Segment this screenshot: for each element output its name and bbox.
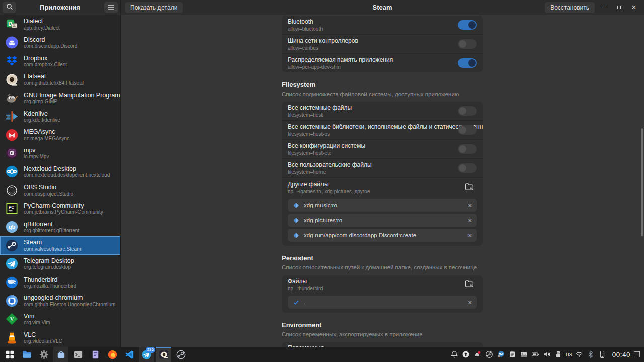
sidebar-item-vim[interactable]: VVimorg.vim.Vim [0, 310, 120, 329]
taskbar-flatseal[interactable] [156, 347, 171, 362]
taskbar-text-editor[interactable] [88, 347, 103, 362]
taskbar: 236 us 00:40 [0, 347, 644, 362]
reset-permissions-button[interactable]: Восстановить [545, 2, 595, 13]
path-entry-value[interactable]: xdg-music:ro [304, 202, 463, 208]
taskbar-file-manager[interactable] [19, 347, 34, 362]
tray-bluetooth-tray[interactable] [587, 350, 595, 359]
dropbox-app-icon [5, 54, 19, 68]
taskbar-software-store[interactable] [53, 347, 68, 362]
tray-battery[interactable] [531, 350, 539, 359]
svg-text:PC: PC [9, 205, 14, 210]
tray-volume[interactable] [542, 350, 551, 359]
permission-row-texts: Шина сети контроллеровallow=canbus [288, 37, 454, 51]
headerbar: Приложения Показать детали Steam Восстан… [0, 0, 644, 15]
add-persistent-folder-button[interactable] [462, 279, 477, 291]
taskbar-app-launcher[interactable] [2, 347, 17, 362]
nextcloud-tray-icon [497, 350, 505, 358]
show-details-button[interactable]: Показать детали [125, 2, 183, 13]
clock[interactable]: 00:40 [612, 351, 630, 358]
nextcloud-app-icon [5, 165, 19, 178]
sidebar-item-qbittorrent[interactable]: qbqBittorrentorg.qbittorrent.qBittorrent [0, 218, 120, 236]
permission-toggle[interactable] [458, 58, 477, 68]
toggle-knob [459, 126, 466, 134]
sidebar-item-mpv[interactable]: mpvio.mpv.Mpv [0, 144, 120, 163]
path-entry-value[interactable]: . [304, 299, 463, 305]
permission-toggle[interactable] [458, 20, 477, 30]
permission-toggle[interactable] [458, 144, 477, 154]
svg-text:V: V [10, 317, 14, 322]
vertical-scrollbar[interactable] [641, 128, 643, 236]
filesystem-section-subtitle: Список подмножеств файловой системы, дос… [282, 91, 483, 97]
permission-toggle[interactable] [458, 163, 477, 173]
show-desktop-button[interactable] [634, 351, 640, 357]
app-id: com.obsproject.Studio [24, 191, 73, 197]
taskbar-vscode[interactable] [122, 347, 137, 362]
sidebar-item-telegram[interactable]: Telegram Desktoporg.telegram.desktop [0, 255, 120, 274]
path-entry-value[interactable]: xdg-run/app/com.discordapp.Discord:creat… [304, 232, 463, 238]
tray-clipboard-manager[interactable] [508, 350, 516, 359]
environment-section-subtitle: Список переменных, экспортируемых в прил… [282, 331, 483, 337]
sidebar-item-kdenlive[interactable]: Kdenliveorg.kde.kdenlive [0, 107, 120, 126]
add-folder-button[interactable] [462, 182, 477, 194]
app-id: org.kde.kdenlive [24, 117, 60, 123]
app-id: com.dropbox.Client [24, 62, 67, 68]
remove-entry-icon[interactable]: × [468, 299, 472, 306]
sidebar-item-pycharm[interactable]: PCPyCharm-Communitycom.jetbrains.PyCharm… [0, 200, 120, 218]
sidebar-item-dropbox[interactable]: Dropboxcom.dropbox.Client [0, 52, 120, 70]
tray-discord-tray[interactable] [473, 350, 481, 359]
close-button[interactable]: ✕ [628, 2, 640, 14]
sidebar-item-obs[interactable]: OBS Studiocom.obsproject.Studio [0, 181, 120, 200]
taskbar-terminal[interactable] [70, 347, 86, 362]
app-name: Telegram Desktop [24, 257, 74, 264]
sidebar-title: Приложения [16, 4, 104, 11]
volume-icon [543, 350, 551, 358]
software-update-icon [462, 350, 470, 358]
tray-removable-media[interactable] [554, 350, 562, 359]
remove-entry-icon[interactable]: × [468, 232, 472, 239]
headerbar-main-section: Показать детали Steam Восстановить – ✕ [121, 0, 644, 15]
remove-entry-icon[interactable]: × [468, 217, 472, 224]
sidebar-item-flatseal[interactable]: Flatsealcom.github.tchx84.Flatseal [0, 70, 120, 89]
tray-notifications[interactable] [450, 350, 458, 359]
toggle-knob [459, 107, 466, 115]
kdenlive-app-icon [5, 110, 19, 123]
remove-entry-icon[interactable]: × [468, 202, 472, 209]
maximize-button[interactable] [613, 2, 625, 14]
sidebar-item-nextcloud[interactable]: Nextcloud Desktopcom.nextcloud.desktopcl… [0, 162, 120, 181]
permission-toggle[interactable] [458, 39, 477, 49]
sidebar-item-dialect[interactable]: DDialectapp.drey.Dialect [0, 15, 120, 34]
sidebar-item-steam[interactable]: Steamcom.valvesoftware.Steam [0, 236, 120, 255]
sidebar-item-thunderbird[interactable]: Thunderbirdorg.mozilla.Thunderbird [0, 273, 120, 292]
permission-toggle[interactable] [458, 106, 477, 116]
tray-phone-connect[interactable] [598, 350, 607, 359]
tray-keyboard-layout[interactable]: us [566, 350, 572, 359]
taskbar-steam[interactable] [173, 347, 188, 362]
permission-toggle[interactable] [458, 125, 477, 135]
pycharm-app-icon: PC [5, 202, 19, 215]
vscode-icon [124, 349, 135, 360]
taskbar-settings[interactable] [36, 347, 51, 362]
tray-steam-tray[interactable] [485, 350, 493, 359]
sidebar-item-vlc[interactable]: VLCorg.videolan.VLC [0, 328, 120, 347]
sidebar-item-megasync[interactable]: MEGAsyncnz.mega.MEGAsync [0, 126, 120, 144]
app-id: nz.mega.MEGAsync [24, 136, 69, 142]
minimize-button[interactable]: – [598, 2, 610, 14]
add-variable-button[interactable]: + [462, 345, 477, 347]
persistent-files-subtitle: пр. .thunderbird [288, 286, 458, 291]
taskbar-firefox[interactable] [105, 347, 120, 362]
app-item-texts: Thunderbirdorg.mozilla.Thunderbird [24, 276, 76, 289]
tray-nextcloud-tray[interactable] [496, 350, 505, 359]
search-button[interactable] [3, 2, 16, 13]
taskbar-telegram[interactable]: 236 [139, 347, 154, 362]
tray-screenshot-tool[interactable] [519, 350, 528, 359]
screenshot-tool-icon [520, 350, 528, 358]
tray-software-update[interactable] [461, 350, 470, 359]
sidebar-item-chromium[interactable]: ungoogled-chromiumcom.github.Eloston.Ung… [0, 292, 120, 310]
sidebar-item-gimp[interactable]: GNU Image Manipulation Programorg.gimp.G… [0, 89, 120, 108]
svg-text:qb: qb [9, 224, 16, 230]
path-entry-value[interactable]: xdg-pictures:ro [304, 217, 463, 223]
tray-wifi[interactable] [575, 350, 584, 359]
menu-button[interactable] [104, 2, 118, 13]
sidebar-item-discord[interactable]: Discordcom.discordapp.Discord [0, 34, 120, 52]
app-item-texts: Vimorg.vim.Vim [24, 313, 50, 326]
